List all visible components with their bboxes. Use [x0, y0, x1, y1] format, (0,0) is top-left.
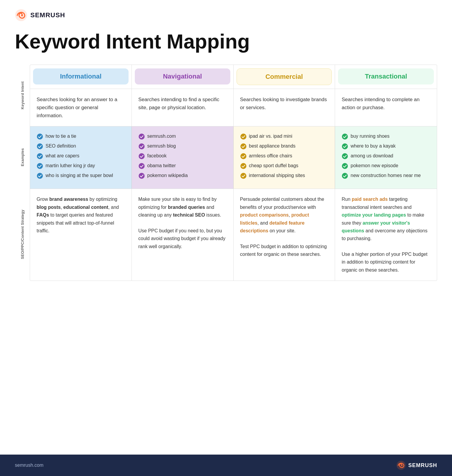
example-item: who is singing at the super bowl [37, 172, 125, 179]
header-cell-navigational: Navigational [132, 65, 234, 89]
bold-paid-search-ads: paid search ads [352, 197, 388, 202]
example-text: facebook [147, 153, 167, 159]
header-row: Informational Navigational Commercial Tr… [30, 65, 437, 89]
intent-grid: Informational Navigational Commercial Tr… [30, 65, 437, 281]
check-icon [37, 173, 43, 179]
svg-point-2 [37, 134, 43, 140]
strategy-cell-informational: Grow brand awareness by optimizing blog … [30, 189, 132, 281]
footer-logo-icon [396, 461, 406, 470]
footer-logo-text: SEMRUSH [408, 462, 437, 469]
example-text: SEO definition [46, 143, 76, 149]
strategy-cell-commercial: Persuade potential customers about the b… [234, 189, 335, 281]
svg-point-4 [37, 153, 43, 159]
example-item: semrush.com [138, 133, 227, 140]
svg-point-15 [240, 163, 246, 169]
example-item: martin luther king jr day [37, 162, 125, 169]
examples-cell-navigational: semrush.com semrush blog facebook obama … [132, 126, 234, 189]
example-item: obama twitter [138, 162, 227, 169]
example-item: where to buy a kayak [342, 143, 430, 150]
check-icon [342, 163, 348, 169]
example-text: where to buy a kayak [351, 143, 395, 149]
desc-cell-commercial: Searches looking to investigate brands o… [234, 89, 335, 126]
description-row: Searches looking for an answer to a spec… [30, 89, 437, 127]
example-text: armless office chairs [249, 153, 293, 159]
header-cell-informational: Informational [30, 65, 132, 89]
semrush-logo-icon [15, 9, 27, 21]
svg-point-8 [139, 143, 145, 149]
svg-point-21 [342, 173, 348, 179]
svg-point-1 [21, 15, 23, 16]
bold-educational-content: educational content [63, 205, 108, 210]
examples-row: how to tie a tie SEO definition what are… [30, 126, 437, 189]
bold-blog-posts: blog posts [37, 205, 61, 210]
example-text: among us download [351, 153, 393, 159]
example-text: ipad air vs. ipad mini [249, 133, 293, 140]
example-item: armless office chairs [240, 153, 329, 159]
desc-cell-informational: Searches looking for an answer to a spec… [30, 89, 132, 126]
example-text: how to tie a tie [46, 133, 76, 140]
examples-cell-informational: how to tie a tie SEO definition what are… [30, 126, 132, 189]
example-item: semrush blog [138, 143, 227, 150]
example-item: best appliance brands [240, 143, 329, 150]
example-item: buy running shoes [342, 133, 430, 140]
footer-logo: SEMRUSH [396, 461, 437, 470]
bold-faqs: FAQs [37, 212, 49, 217]
example-item: pokemon wikipedia [138, 172, 227, 179]
svg-point-20 [342, 163, 348, 169]
keyword-intent-row-label: Keyword Intent [15, 65, 30, 126]
example-item: cheap sport duffel bags [240, 162, 329, 169]
example-text: who is singing at the super bowl [46, 172, 113, 179]
check-icon [342, 153, 348, 159]
examples-row-label: Examples [15, 126, 30, 189]
svg-point-23 [401, 465, 403, 466]
check-icon [37, 133, 43, 140]
example-item: new construction homes near me [342, 172, 430, 179]
check-icon [138, 153, 145, 159]
page-header: SEMRUSH [15, 9, 437, 21]
example-text: international shipping sites [249, 172, 305, 179]
svg-point-6 [37, 173, 43, 179]
example-text: best appliance brands [249, 143, 296, 149]
svg-point-11 [139, 173, 145, 179]
svg-point-12 [240, 134, 246, 140]
header-cell-transactional: Transactional [335, 65, 437, 89]
semrush-logo-text: SEMRUSH [30, 11, 65, 19]
svg-point-19 [342, 153, 348, 159]
bold-branded-queries: branded queries [168, 205, 205, 210]
bold-product-comparisons: product comparisons [240, 212, 289, 217]
example-item: what are capers [37, 153, 125, 159]
example-text: martin luther king jr day [46, 162, 95, 169]
transactional-header-label: Transactional [338, 68, 434, 84]
commercial-header-label: Commercial [237, 68, 332, 85]
svg-point-3 [37, 143, 43, 149]
check-icon [342, 133, 348, 140]
strategy-cell-transactional: Run paid search ads targeting transactio… [335, 189, 437, 281]
navigational-header-label: Navigational [135, 68, 230, 84]
example-text: obama twitter [147, 162, 176, 169]
example-item: facebook [138, 153, 227, 159]
examples-cell-commercial: ipad air vs. ipad mini best appliance br… [234, 126, 335, 189]
check-icon [138, 143, 145, 150]
example-text: pokemon new episode [351, 162, 398, 169]
check-icon [240, 133, 247, 140]
example-item: among us download [342, 153, 430, 159]
check-icon [342, 143, 348, 150]
check-icon [37, 153, 43, 159]
strategy-cell-navigational: Make sure your site is easy to find by o… [132, 189, 234, 281]
header-cell-commercial: Commercial [234, 65, 335, 89]
svg-point-10 [139, 163, 145, 169]
check-icon [342, 173, 348, 179]
logo: SEMRUSH [15, 9, 65, 21]
bold-optimize-landing-pages: optimize your landing pages [342, 212, 406, 217]
desc-cell-transactional: Searches intending to complete an action… [335, 89, 437, 126]
svg-point-9 [139, 153, 145, 159]
example-text: semrush blog [147, 143, 176, 149]
example-text: new construction homes near me [351, 172, 421, 179]
example-text: semrush.com [147, 133, 176, 140]
desc-cell-navigational: Searches intending to find a specific si… [132, 89, 234, 126]
main-table: Keyword Intent Examples SEO/PPC/Content … [15, 65, 437, 281]
strategy-row: Grow brand awareness by optimizing blog … [30, 189, 437, 281]
example-item: SEO definition [37, 143, 125, 150]
check-icon [37, 143, 43, 150]
example-item: international shipping sites [240, 172, 329, 179]
